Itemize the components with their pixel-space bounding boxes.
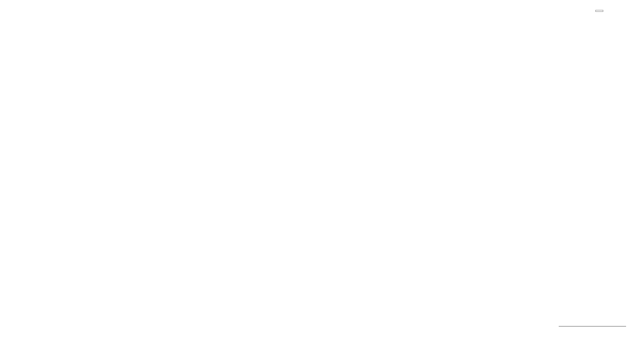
measurement-settings-box	[595, 10, 603, 12]
legend-series-line	[333, 355, 358, 357]
waterfall-plot-canvas[interactable]	[0, 0, 634, 364]
timestamp-badge	[559, 326, 626, 327]
waterfall-chart	[0, 0, 634, 364]
